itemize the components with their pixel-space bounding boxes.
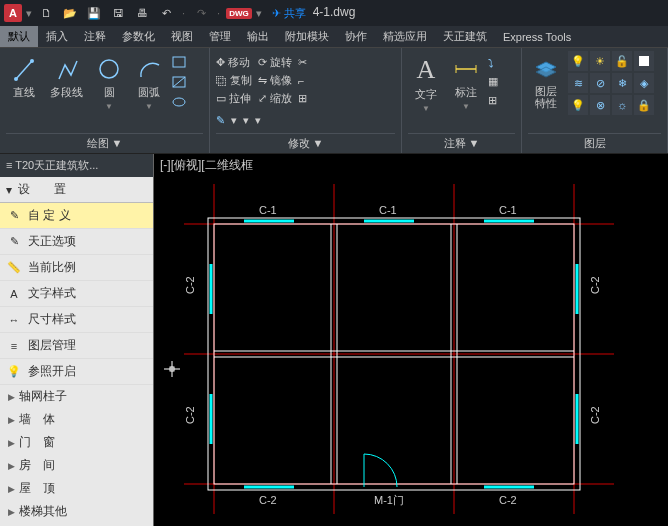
color-icon[interactable] [634,51,654,71]
explode-icon[interactable]: ▾ [231,114,237,127]
sidebar-item-6[interactable]: 💡参照开启 [0,359,153,385]
offset-icon[interactable]: ▾ [243,114,249,127]
tab-3[interactable]: 参数化 [114,26,163,47]
line-button[interactable]: 直线 [6,51,42,100]
tree-item-2[interactable]: ▶门 窗 [0,431,153,454]
redo-icon[interactable]: ↷ [191,3,211,23]
arc-button[interactable]: 圆弧▼ [131,51,167,111]
copy-icon: ⿻ [216,75,227,87]
polyline-button[interactable]: 多段线 [46,51,87,100]
tab-6[interactable]: 输出 [239,26,277,47]
mirror-button[interactable]: ⇋镜像 [258,73,292,88]
lock-icon[interactable]: 🔓 [612,51,632,71]
item-icon: ✎ [6,209,22,223]
svg-text:C-2: C-2 [499,494,517,506]
layer-props-button[interactable]: 图层 特性 [528,51,564,109]
fillet-icon: ⌐ [298,75,304,87]
palette-title: ≡ T20天正建筑软... [0,154,153,177]
new-icon[interactable]: 🗋 [36,3,56,23]
tree-item-4[interactable]: ▶屋 顶 [0,477,153,500]
rotate-button[interactable]: ⟳旋转 [258,55,292,70]
svg-text:C-1: C-1 [259,204,277,216]
tab-5[interactable]: 管理 [201,26,239,47]
dimension-button[interactable]: 标注▼ [448,51,484,111]
rect-icon[interactable] [171,55,187,69]
tree-item-5[interactable]: ▶楼梯其他 [0,500,153,523]
tree-item-3[interactable]: ▶房 间 [0,454,153,477]
panel-title-modify[interactable]: 修改 ▼ [216,133,395,153]
tab-7[interactable]: 附加模块 [277,26,337,47]
saveas-icon[interactable]: 🖫 [108,3,128,23]
cloud-icon[interactable]: ⊞ [488,94,498,107]
ellipse-icon[interactable] [171,95,187,109]
svg-line-0 [16,61,32,79]
item-icon: ✎ [6,235,22,249]
panel-title-annot[interactable]: 注释 ▼ [408,133,515,153]
drawing-canvas[interactable]: [-][俯视][二维线框 C-1 [154,154,668,526]
tree-item-0[interactable]: ▶轴网柱子 [0,385,153,408]
sun-icon[interactable]: ☀ [590,51,610,71]
chevron-right-icon: ▶ [8,438,15,448]
circle-button[interactable]: 圆▼ [91,51,127,111]
trim-button[interactable]: ✂ [298,56,307,69]
array-button[interactable]: ⊞ [298,92,307,105]
sidebar-item-0[interactable]: ✎自 定 义 [0,203,153,229]
match-icon[interactable]: ≋ [568,73,588,93]
tab-8[interactable]: 协作 [337,26,375,47]
app-icon: A [4,4,22,22]
sidebar-item-1[interactable]: ✎天正选项 [0,229,153,255]
freeze-icon[interactable]: ❄ [612,73,632,93]
extend-icon[interactable]: ▾ [255,114,261,127]
tab-11[interactable]: Express Tools [495,28,579,46]
sidebar-item-5[interactable]: ≡图层管理 [0,333,153,359]
tab-2[interactable]: 注释 [76,26,114,47]
sidebar-item-2[interactable]: 📏当前比例 [0,255,153,281]
share-button[interactable]: ✈共享 [272,6,306,21]
stretch-button[interactable]: ▭拉伸 [216,91,252,106]
layer-icon[interactable]: ◈ [634,73,654,93]
layer-toggle-grid: 💡 ☀ 🔓 ≋ ⊘ ❄ ◈ 💡 ⊗ ☼ 🔒 [568,51,654,115]
undo-icon[interactable]: ↶ [156,3,176,23]
stretch-icon: ▭ [216,92,226,105]
svg-text:C-1: C-1 [499,204,517,216]
svg-text:C-2: C-2 [184,276,196,294]
copy-button[interactable]: ⿻复制 [216,73,252,88]
tab-1[interactable]: 插入 [38,26,76,47]
fillet-button[interactable]: ⌐ [298,75,307,87]
panel-title-draw[interactable]: 绘图 ▼ [6,133,203,153]
tab-9[interactable]: 精选应用 [375,26,435,47]
hatch-icon[interactable] [171,75,187,89]
sidebar-item-3[interactable]: A文字样式 [0,281,153,307]
open-icon[interactable]: 📂 [60,3,80,23]
iso-icon[interactable]: ⊘ [590,73,610,93]
print-icon[interactable]: 🖶 [132,3,152,23]
svg-point-7 [173,98,185,106]
svg-text:C-2: C-2 [184,406,196,424]
item-icon: 📏 [6,261,22,275]
svg-text:M-1门: M-1门 [374,494,404,506]
palette-section-header[interactable]: ▾设 置 [0,177,153,203]
leader-icon[interactable]: ⤵ [488,57,498,69]
scale-button[interactable]: ⤢缩放 [258,91,292,106]
tab-10[interactable]: 天正建筑 [435,26,495,47]
quick-access-toolbar: 🗋 📂 💾 🖫 🖶 ↶ · ↷ · DWG ▾ ✈共享 [36,3,306,23]
table-icon[interactable]: ▦ [488,75,498,88]
save-icon[interactable]: 💾 [84,3,104,23]
ribbon-tabs: 默认插入注释参数化视图管理输出附加模块协作精选应用天正建筑Express Too… [0,26,668,48]
tab-4[interactable]: 视图 [163,26,201,47]
tree-item-1[interactable]: ▶墙 体 [0,408,153,431]
item-icon: ↔ [6,313,22,327]
move-button[interactable]: ✥移动 [216,55,252,70]
tab-0[interactable]: 默认 [0,26,38,47]
text-button[interactable]: A文字▼ [408,51,444,113]
erase-icon[interactable]: ✎ [216,114,225,127]
sidebar-item-4[interactable]: ↔尺寸样式 [0,307,153,333]
chevron-right-icon: ▶ [8,392,15,402]
on-icon[interactable]: 💡 [568,95,588,115]
lock2-icon[interactable]: 🔒 [634,95,654,115]
item-icon: 💡 [6,365,22,379]
bulb-icon[interactable]: 💡 [568,51,588,71]
thaw-icon[interactable]: ☼ [612,95,632,115]
menu-dropdown-icon[interactable]: ▾ [26,7,32,20]
off-icon[interactable]: ⊗ [590,95,610,115]
